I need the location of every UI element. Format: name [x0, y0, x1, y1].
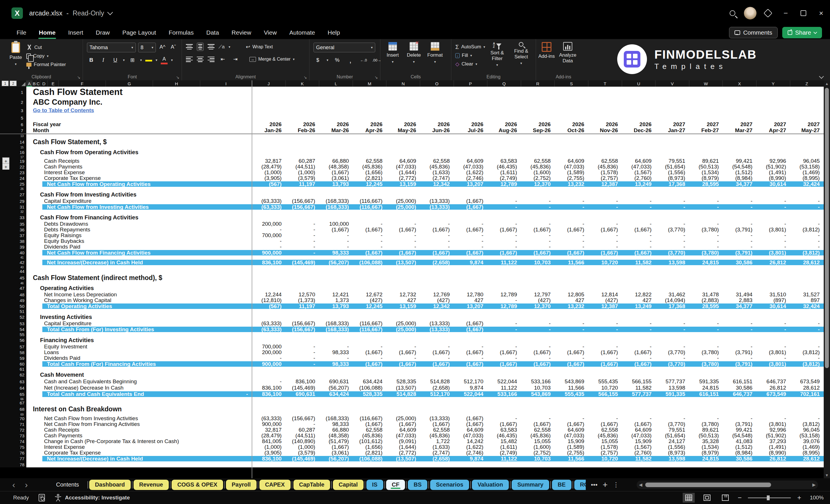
cell-K75[interactable]: (1,000) [285, 444, 319, 450]
sheet-row-29[interactable]: 29Capital Expenditure(63,333)(156,667)(1… [0, 198, 824, 204]
cell-Q54[interactable]: - [487, 326, 521, 333]
zoom-slider-thumb[interactable] [767, 496, 770, 500]
cell-U54[interactable]: - [622, 326, 656, 333]
cell-Y39[interactable]: - [756, 244, 790, 250]
cell-K57[interactable]: - [285, 344, 319, 350]
cell-V60[interactable]: (3,770) [655, 361, 689, 367]
cell-Z54[interactable]: - [790, 326, 824, 333]
font-dialog-launcher[interactable]: ↘ [176, 75, 179, 80]
cell-S48[interactable]: 12,805 [554, 292, 588, 297]
cell-Y22[interactable]: (51,902) [756, 164, 790, 169]
cell-O35[interactable]: - [420, 221, 454, 227]
cell-Q24[interactable]: (2,749) [487, 175, 521, 181]
cell-P23[interactable]: (1,622) [454, 169, 487, 175]
row-number-55[interactable]: 55 [18, 333, 26, 336]
align-left-icon[interactable] [186, 57, 193, 62]
row-number-65[interactable]: 65 [18, 391, 26, 397]
cell-R50[interactable]: 12,370 [521, 303, 554, 309]
tab-options-kebab-icon[interactable]: ⋮ [613, 481, 619, 489]
cell-R42[interactable]: 10,703 [521, 259, 554, 265]
sheet-row-26[interactable]: 26 [0, 187, 824, 191]
cell-L22[interactable]: (48,358) [319, 164, 353, 169]
cell-R25[interactable]: 12,370 [521, 181, 554, 187]
cell-Y71[interactable]: (3,801) [756, 421, 790, 427]
cell-K59[interactable]: - [285, 355, 319, 361]
row-number-70[interactable]: 70 [18, 416, 26, 421]
zoom-in-button[interactable]: + [797, 494, 801, 502]
cell-T64[interactable]: 10,720 [588, 385, 622, 391]
sheet-row-22[interactable]: +22Cash Payments(28,479)(44,511)(48,358)… [0, 164, 824, 169]
cell-T22[interactable]: (45,836) [588, 164, 622, 169]
sheet-tab-be[interactable]: BE [552, 480, 571, 490]
cell-N63[interactable]: 528,335 [386, 378, 420, 385]
cell-L59[interactable]: - [319, 355, 353, 361]
cell-N25[interactable]: 13,159 [386, 181, 420, 187]
cell-Q58[interactable]: (1,667) [487, 350, 521, 355]
cell-Y38[interactable]: - [756, 238, 790, 244]
cell-P75[interactable]: (1,622) [454, 444, 487, 450]
cell-W42[interactable]: 24,815 [689, 259, 723, 265]
cell-T25[interactable]: 12,387 [588, 181, 622, 187]
row-number-46[interactable]: 46 [18, 282, 26, 284]
cell-J64[interactable]: 836,100 [252, 385, 285, 391]
cell-T48[interactable]: 12,814 [588, 292, 622, 297]
cell-S40[interactable]: (1,667) [554, 250, 588, 256]
cell-W73[interactable]: (50,513) [689, 433, 723, 439]
cell-R75[interactable]: (1,600) [521, 444, 554, 450]
cell-X57[interactable]: - [723, 344, 756, 350]
cell-X7[interactable]: Mar-27 [723, 127, 756, 133]
account-avatar[interactable] [741, 0, 759, 26]
column-header-K[interactable]: K [285, 81, 319, 87]
row-number-58[interactable]: 58 [18, 350, 26, 355]
cell-U22[interactable]: (47,033) [622, 164, 656, 169]
cell-P24[interactable]: (2,746) [454, 175, 487, 181]
row-number-26[interactable]: 26 [18, 187, 26, 191]
cell-R72[interactable]: 62,558 [521, 427, 554, 433]
cell-V63[interactable]: 577,737 [655, 378, 689, 385]
cell-R6[interactable]: 2026 [521, 122, 554, 127]
cell-V31[interactable]: - [655, 204, 689, 210]
column-header-V[interactable]: V [655, 81, 689, 87]
cell-Z19[interactable]: 96,045 [790, 158, 824, 164]
cell-P6[interactable]: 2026 [454, 122, 487, 127]
sheet-row-48[interactable]: 48Net Income Less Depreciation12,24412,5… [0, 292, 824, 297]
cell-J65[interactable]: 836,100 [252, 391, 285, 397]
cell-P50[interactable]: 13,207 [454, 303, 487, 309]
cell-L40[interactable]: 98,333 [319, 250, 353, 256]
row-number-44[interactable]: 44 [18, 269, 26, 274]
sheet-row-14[interactable]: 14Cash Flow Statement, $ [0, 137, 824, 146]
cell-L76[interactable]: (3,061) [319, 450, 353, 456]
cell-J29[interactable]: (63,333) [252, 198, 285, 204]
sheet-row-55[interactable]: 55 [0, 333, 824, 336]
cell-N70[interactable]: (25,000) [386, 416, 420, 421]
cell-P59[interactable]: - [454, 355, 487, 361]
cell-T74[interactable]: 15,055 [588, 439, 622, 444]
cell-O70[interactable]: (13,333) [420, 416, 454, 421]
cell-X58[interactable]: (3,791) [723, 350, 756, 355]
cell-J77[interactable]: 836,100 [252, 456, 285, 462]
cell-N35[interactable]: - [386, 221, 420, 227]
cell-L38[interactable]: - [319, 238, 353, 244]
cell-K7[interactable]: Feb-26 [285, 127, 319, 133]
cell-L77[interactable]: (56,207) [319, 456, 353, 462]
cell-N24[interactable]: (2,772) [386, 175, 420, 181]
cell-V77[interactable]: 13,598 [655, 456, 689, 462]
ribbon-tab-help[interactable]: Help [321, 28, 346, 38]
cell-Q50[interactable]: 12,789 [487, 303, 521, 309]
sheet-row-67[interactable]: 67 [0, 401, 824, 405]
sheet-row-57[interactable]: 57Equity Investment700,000--------------… [0, 344, 824, 350]
sheet-row-32[interactable]: 32 [0, 210, 824, 214]
cell-X70[interactable]: - [723, 416, 756, 421]
cell-L36[interactable]: (1,667) [319, 227, 353, 232]
cell-V42[interactable]: 13,598 [655, 259, 689, 265]
sheet-row-74[interactable]: 74Change in Cash (Pre-Corporate Tax & In… [0, 439, 824, 444]
cell-U24[interactable]: (2,760) [622, 175, 656, 181]
cell-K71[interactable]: - [285, 421, 319, 427]
wrap-text-button[interactable]: ↩ Wrap Text [246, 44, 273, 50]
column-header-J[interactable]: J [252, 81, 285, 87]
cell-W75[interactable]: (1,534) [689, 444, 723, 450]
cell-R71[interactable]: (1,667) [521, 421, 554, 427]
cell-J31[interactable]: (63,333) [252, 204, 285, 210]
cell-L72[interactable]: 66,880 [319, 427, 353, 433]
cell-P65[interactable]: 522,044 [454, 391, 487, 397]
